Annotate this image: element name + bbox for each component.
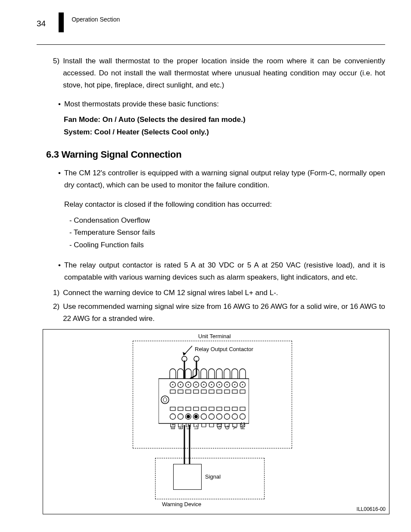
terminal-label: Y [232, 426, 238, 429]
terminal-label: RC [240, 422, 246, 429]
step-text: Use recommended warning signal wire size… [63, 301, 385, 325]
label-signal: Signal [205, 473, 221, 480]
page-number: 34 [37, 19, 46, 28]
svg-point-25 [219, 384, 220, 385]
illustration-code: ILL00616-00 [357, 506, 386, 512]
terminal-label: L- [193, 425, 199, 430]
svg-point-19 [203, 384, 204, 385]
condition-1: Condensation Overflow [69, 215, 385, 227]
fan-mode-line: Fan Mode: On / Auto (Selects the desired… [64, 114, 385, 126]
step-1: 1) Connect the warning device to CM 12 s… [53, 287, 385, 299]
bullet-text: Most thermostats provide these basic fun… [64, 98, 219, 110]
label-warning-device: Warning Device [162, 501, 201, 507]
terminal-label: G [224, 426, 230, 429]
section-name: Operation Section [72, 16, 120, 23]
signal-box [173, 464, 202, 490]
terminal-label: E+ [170, 423, 176, 429]
bullet-body: The CM 12's controller is equipped with … [64, 167, 385, 252]
svg-point-13 [188, 384, 189, 385]
svg-point-57 [194, 415, 198, 418]
bullet-controller-warning: • The CM 12's controller is equipped wit… [58, 167, 385, 252]
terminal-label: G1 [217, 423, 223, 429]
bullet-text: The relay output contactor is rated 5 A … [64, 259, 385, 283]
terminal-label: E- [178, 424, 184, 429]
svg-point-22 [211, 384, 212, 385]
bullet-dot-icon: • [58, 167, 61, 252]
svg-point-10 [180, 384, 181, 385]
step-number: 1) [53, 287, 59, 299]
step-2: 2) Use recommended warning signal wire s… [53, 301, 385, 325]
wiring-diagram-figure: Unit Terminal Relay Output Contactor [43, 329, 389, 514]
svg-point-16 [196, 384, 196, 385]
system-line: System: Cool / Heater (Selects Cool only… [64, 126, 385, 139]
bold-function-lines: Fan Mode: On / Auto (Selects the desired… [64, 114, 385, 139]
label-relay-output: Relay Output Contactor [195, 346, 253, 352]
step-text: Connect the warning device to CM 12 sign… [63, 287, 278, 299]
step-number: 2) [53, 301, 59, 325]
item-number: 5) [53, 55, 59, 91]
svg-point-34 [242, 384, 243, 385]
label-unit-terminal: Unit Terminal [198, 333, 231, 339]
bullet-text: The CM 12's controller is equipped with … [64, 169, 385, 189]
condition-list: Condensation Overflow Temperature Sensor… [69, 215, 385, 252]
terminal-label: L+ [186, 424, 192, 430]
section-heading-6-3: 6.3 Warning Signal Connection [46, 149, 385, 160]
bullet-dot-icon: • [58, 98, 61, 110]
condition-3: Cooling Function fails [69, 239, 385, 252]
page-header: 34 Operation Section [37, 15, 385, 45]
terminal-block-icon [159, 367, 249, 432]
svg-rect-4 [159, 379, 249, 423]
condition-2: Temperature Sensor fails [69, 227, 385, 239]
svg-point-31 [234, 384, 235, 385]
item-text: Install the wall thermostat to the prope… [63, 55, 385, 91]
bullet-relay-rating: • The relay output contactor is rated 5 … [58, 259, 385, 283]
bullet-thermostat-functions: • Most thermostats provide these basic f… [58, 98, 385, 110]
svg-point-28 [227, 384, 227, 385]
relay-closed-para: Relay contactor is closed if the followi… [64, 199, 385, 210]
svg-point-7 [172, 384, 173, 385]
list-item-5: 5) Install the wall thermostat to the pr… [53, 55, 385, 91]
content-body: 5) Install the wall thermostat to the pr… [37, 55, 385, 514]
header-bar-icon [59, 12, 64, 32]
bullet-dot-icon: • [58, 259, 61, 283]
svg-point-56 [187, 415, 190, 418]
